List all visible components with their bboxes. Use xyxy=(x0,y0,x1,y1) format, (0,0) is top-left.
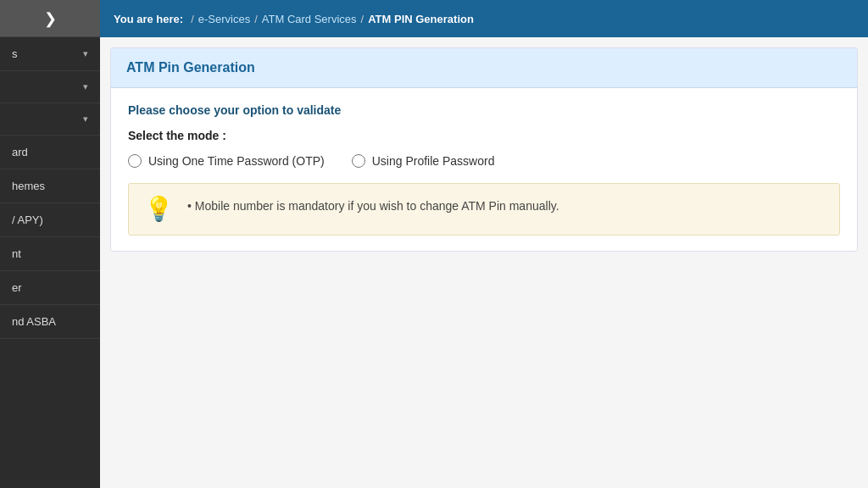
info-text-item: Mobile number is mandatory if you wish t… xyxy=(187,197,559,215)
breadcrumb-eservices[interactable]: e-Services xyxy=(198,13,250,25)
radio-otp-input[interactable] xyxy=(128,154,142,168)
sidebar-item-er-label: er xyxy=(12,281,22,294)
sidebar-item-apy-label: / APY) xyxy=(12,214,43,226)
info-box: 💡 Mobile number is mandatory if you wish… xyxy=(128,183,840,236)
sidebar-item-asba[interactable]: nd ASBA xyxy=(0,305,100,339)
sidebar-item-1[interactable]: ▾ xyxy=(0,71,100,103)
sidebar-item-ard[interactable]: ard xyxy=(0,136,100,169)
breadcrumb-sep-2: / xyxy=(254,13,258,25)
form-card-body: Please choose your option to validate Se… xyxy=(111,88,857,251)
form-card-header: ATM Pin Generation xyxy=(111,48,857,88)
chevron-down-icon: ▾ xyxy=(83,114,88,125)
mode-label: Select the mode : xyxy=(128,129,840,142)
info-text-list: Mobile number is mandatory if you wish t… xyxy=(187,197,559,215)
sidebar-item-apy[interactable]: / APY) xyxy=(0,203,100,237)
main-content: You are here: / e-Services / ATM Card Se… xyxy=(100,0,868,488)
chevron-down-icon: ▾ xyxy=(83,81,88,92)
sidebar-toggle-button[interactable]: ❯ xyxy=(0,0,100,37)
radio-group: Using One Time Password (OTP) Using Prof… xyxy=(128,154,840,168)
form-section-label: Please choose your option to validate xyxy=(128,103,840,117)
form-card: ATM Pin Generation Please choose your op… xyxy=(110,47,858,252)
sidebar-item-hemes-label: hemes xyxy=(12,180,45,192)
sidebar-item-nt-label: nt xyxy=(12,247,21,260)
sidebar-item-s-label: s xyxy=(12,47,18,60)
sidebar-item-ard-label: ard xyxy=(12,146,28,158)
radio-option-profile[interactable]: Using Profile Password xyxy=(352,154,495,168)
form-title: ATM Pin Generation xyxy=(126,60,255,75)
chevron-right-icon: ❯ xyxy=(44,9,57,28)
chevron-down-icon: ▾ xyxy=(83,48,88,59)
sidebar-item-er[interactable]: er xyxy=(0,271,100,305)
breadcrumb-sep-3: / xyxy=(361,13,364,25)
radio-option-otp[interactable]: Using One Time Password (OTP) xyxy=(128,154,325,168)
radio-otp-label: Using One Time Password (OTP) xyxy=(148,154,325,168)
breadcrumb-sep-1: / xyxy=(191,13,194,25)
breadcrumb-atm-card[interactable]: ATM Card Services xyxy=(262,13,357,25)
content-area: ATM Pin Generation Please choose your op… xyxy=(100,37,868,488)
breadcrumb-bar: You are here: / e-Services / ATM Card Se… xyxy=(100,0,868,37)
sidebar-item-hemes[interactable]: hemes xyxy=(0,169,100,203)
breadcrumb-prefix: You are here: xyxy=(114,13,183,25)
sidebar: ❯ s ▾ ▾ ▾ ard hemes / APY) nt er nd ASBA xyxy=(0,0,100,488)
radio-profile-input[interactable] xyxy=(352,154,365,168)
radio-profile-label: Using Profile Password xyxy=(372,154,495,168)
sidebar-item-asba-label: nd ASBA xyxy=(12,315,56,328)
sidebar-item-s[interactable]: s ▾ xyxy=(0,37,100,71)
sidebar-item-nt[interactable]: nt xyxy=(0,237,100,271)
breadcrumb-atm-pin: ATM PIN Generation xyxy=(368,13,474,25)
bulb-icon: 💡 xyxy=(144,197,174,221)
sidebar-item-2[interactable]: ▾ xyxy=(0,103,100,136)
